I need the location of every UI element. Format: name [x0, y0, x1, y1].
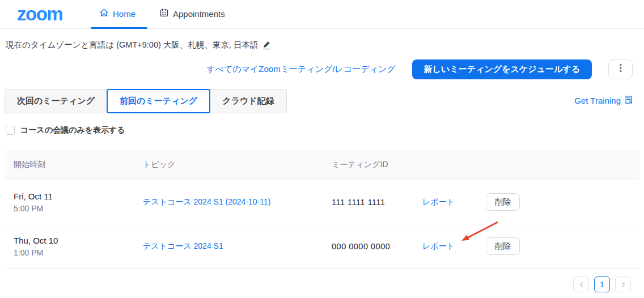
pencil-edit-icon[interactable] — [263, 41, 270, 49]
previous-page-button[interactable] — [573, 276, 589, 292]
column-header-start-time: 開始時刻 — [5, 160, 143, 170]
meeting-id: 111 1111 1111 — [332, 198, 385, 207]
page-1-button[interactable]: 1 — [594, 276, 610, 292]
chevron-right-icon — [621, 280, 626, 289]
calendar-check-icon — [159, 8, 169, 19]
all-meetings-recordings-link[interactable]: すべてのマイZoomミーティング/レコーディング — [206, 64, 396, 75]
table-header-row: 開始時刻 トピック ミーティングID — [5, 150, 639, 180]
training-doc-icon — [624, 95, 633, 106]
course-meetings-checkbox[interactable] — [6, 126, 15, 135]
meeting-topic-link[interactable]: テストコース 2024 S1 (2024-10-11) — [143, 197, 270, 206]
pagination: 1 — [573, 276, 631, 292]
meeting-topic-link[interactable]: テストコース 2024 S1 — [143, 241, 223, 250]
course-meetings-checkbox-label: コースの会議のみを表示する — [20, 125, 125, 135]
nav-tab-home[interactable]: Home — [99, 8, 135, 19]
timezone-text: 現在のタイムゾーンと言語は (GMT+9:00) 大阪、札幌、東京, 日本語 — [6, 40, 258, 50]
delete-button[interactable]: 削除 — [486, 237, 520, 255]
chevron-left-icon — [579, 280, 584, 289]
tab-previous-meetings[interactable]: 前回のミーティング — [107, 89, 210, 113]
report-link[interactable]: レポート — [422, 241, 455, 250]
nav-home-label: Home — [113, 9, 135, 19]
tab-upcoming-meetings[interactable]: 次回のミーティング — [5, 89, 107, 113]
table-row: Fri, Oct 11 5:00 PM テストコース 2024 S1 (2024… — [5, 180, 639, 224]
meeting-id: 000 0000 0000 — [332, 242, 390, 251]
table-row: Thu, Oct 10 1:00 PM テストコース 2024 S1 000 0… — [5, 224, 639, 269]
meeting-time: 5:00 PM — [14, 204, 143, 213]
actions-row: すべてのマイZoomミーティング/レコーディング 新しいミーティングをスケジュー… — [206, 59, 633, 79]
column-header-meeting-id: ミーティングID — [332, 160, 422, 170]
previous-meetings-table: 開始時刻 トピック ミーティングID Fri, Oct 11 5:00 PM テ… — [5, 150, 639, 269]
top-navigation-bar: zoom Home Appointments — [0, 0, 644, 29]
get-training-label: Get Training — [574, 96, 621, 105]
tab-cloud-recordings[interactable]: クラウド記録 — [210, 89, 286, 113]
zoom-web-portal: zoom Home Appointments 現在のタイムゾーンと言語は (GM… — [0, 0, 644, 298]
meeting-tabs: 次回のミーティング 前回のミーティング クラウド記録 — [5, 89, 287, 113]
vertical-ellipsis-icon — [620, 63, 622, 75]
timezone-language-row: 現在のタイムゾーンと言語は (GMT+9:00) 大阪、札幌、東京, 日本語 — [6, 40, 270, 50]
delete-button[interactable]: 削除 — [486, 193, 520, 211]
nav-tab-appointments[interactable]: Appointments — [159, 8, 225, 19]
column-header-topic: トピック — [143, 160, 332, 170]
meeting-date: Fri, Oct 11 — [14, 191, 143, 201]
nav-appointments-label: Appointments — [173, 9, 225, 19]
report-link[interactable]: レポート — [422, 197, 455, 206]
meeting-date: Thu, Oct 10 — [14, 236, 143, 245]
schedule-new-meeting-button[interactable]: 新しいミーティングをスケジュールする — [412, 59, 592, 79]
get-training-link[interactable]: Get Training — [574, 95, 633, 106]
more-options-button[interactable] — [608, 59, 633, 79]
home-icon — [99, 8, 109, 19]
next-page-button[interactable] — [615, 276, 631, 292]
active-tab-underline — [91, 27, 147, 29]
meeting-time: 1:00 PM — [14, 248, 143, 257]
zoom-logo[interactable]: zoom — [17, 3, 62, 25]
course-meetings-filter: コースの会議のみを表示する — [6, 125, 125, 135]
